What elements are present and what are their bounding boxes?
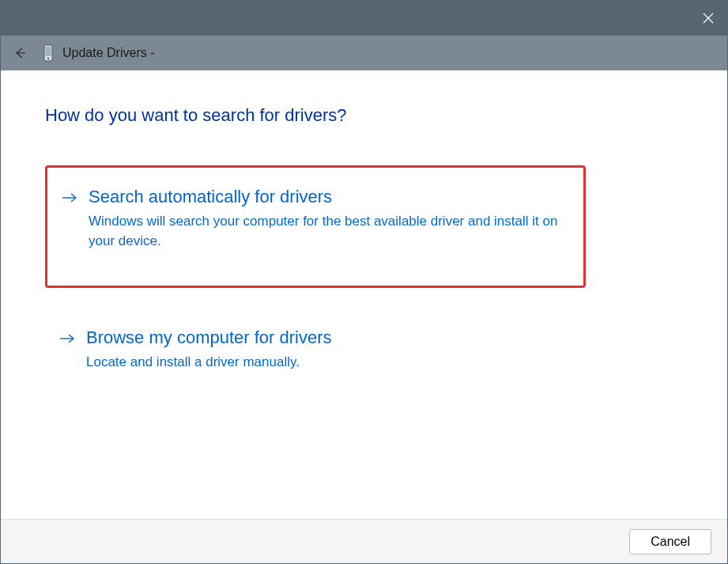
close-button[interactable] — [689, 1, 727, 36]
option-search-automatically[interactable]: Search automatically for drivers Windows… — [45, 165, 586, 288]
update-drivers-dialog: Update Drivers - How do you want to sear… — [0, 0, 728, 564]
svg-rect-4 — [46, 47, 51, 56]
option-text: Browse my computer for drivers Locate an… — [86, 327, 664, 373]
option-title: Browse my computer for drivers — [86, 327, 664, 348]
option-text: Search automatically for drivers Windows… — [89, 187, 564, 251]
back-arrow-icon — [13, 46, 27, 60]
titlebar — [1, 1, 727, 36]
page-heading: How do you want to search for drivers? — [45, 105, 683, 126]
option-title: Search automatically for drivers — [89, 187, 564, 207]
arrow-right-icon — [62, 190, 77, 208]
footer-bar: Cancel — [1, 519, 727, 563]
back-button[interactable] — [10, 44, 29, 62]
header-bar: Update Drivers - — [1, 36, 727, 70]
content-area: How do you want to search for drivers? S… — [1, 70, 727, 519]
option-description: Windows will search your computer for th… — [89, 212, 563, 251]
device-icon — [42, 44, 55, 62]
header-title-wrap: Update Drivers - — [42, 44, 154, 62]
svg-point-5 — [47, 58, 49, 59]
close-icon — [703, 13, 714, 24]
cancel-button[interactable]: Cancel — [629, 529, 711, 555]
window-title: Update Drivers - — [62, 46, 154, 60]
option-browse-computer[interactable]: Browse my computer for drivers Locate an… — [45, 312, 683, 392]
arrow-right-icon — [59, 331, 75, 349]
option-description: Locate and install a driver manually. — [86, 353, 560, 373]
